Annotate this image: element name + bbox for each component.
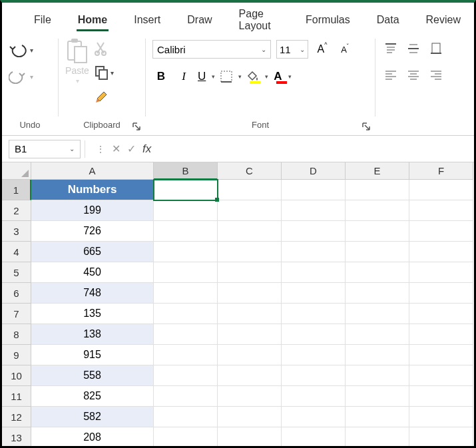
cell[interactable] bbox=[346, 304, 409, 324]
cell[interactable] bbox=[282, 180, 346, 200]
row-header[interactable]: 4 bbox=[2, 242, 31, 262]
cell[interactable] bbox=[346, 365, 409, 386]
cell[interactable]: 726 bbox=[31, 221, 154, 242]
row-header[interactable]: 2 bbox=[2, 200, 31, 221]
cell[interactable] bbox=[218, 242, 282, 262]
tab-review[interactable]: Review bbox=[413, 10, 474, 30]
cell[interactable]: 825 bbox=[31, 386, 154, 407]
cell[interactable] bbox=[409, 304, 473, 324]
align-left-button[interactable] bbox=[382, 67, 399, 84]
dots-icon[interactable]: ⋮ bbox=[96, 144, 105, 154]
cell[interactable]: 199 bbox=[31, 200, 154, 221]
cancel-icon[interactable]: ✕ bbox=[112, 142, 120, 155]
cell[interactable] bbox=[282, 283, 346, 304]
cell[interactable] bbox=[282, 324, 346, 345]
cell[interactable] bbox=[154, 262, 218, 283]
formula-input[interactable] bbox=[158, 140, 474, 158]
cell[interactable] bbox=[154, 386, 218, 407]
cell[interactable]: 208 bbox=[31, 427, 154, 448]
undo-button[interactable]: ▾ bbox=[9, 43, 33, 57]
cell[interactable] bbox=[282, 427, 346, 448]
enter-icon[interactable]: ✓ bbox=[127, 142, 136, 155]
align-top-button[interactable] bbox=[382, 40, 399, 57]
col-header-f[interactable]: F bbox=[409, 162, 473, 180]
cell[interactable] bbox=[282, 242, 346, 262]
paste-button[interactable]: Paste ▾ bbox=[65, 37, 89, 85]
row-header[interactable]: 9 bbox=[2, 345, 31, 365]
cell[interactable] bbox=[346, 200, 409, 221]
cell[interactable] bbox=[346, 386, 409, 407]
cut-button[interactable] bbox=[95, 41, 114, 56]
cell[interactable]: 135 bbox=[31, 304, 154, 324]
cell[interactable] bbox=[154, 180, 218, 200]
row-header[interactable]: 8 bbox=[2, 324, 31, 345]
cell[interactable]: 450 bbox=[31, 262, 154, 283]
font-size-select[interactable]: 11 ⌄ bbox=[276, 40, 308, 59]
cell[interactable] bbox=[346, 345, 409, 365]
cell[interactable] bbox=[409, 386, 473, 407]
name-box[interactable]: B1 ⌄ bbox=[9, 140, 81, 158]
cell[interactable] bbox=[218, 407, 282, 427]
tab-data[interactable]: Data bbox=[363, 10, 413, 30]
cell[interactable]: 582 bbox=[31, 407, 154, 427]
cell[interactable] bbox=[346, 242, 409, 262]
cell[interactable] bbox=[218, 200, 282, 221]
cell[interactable] bbox=[409, 242, 473, 262]
cell[interactable]: 665 bbox=[31, 242, 154, 262]
col-header-a[interactable]: A bbox=[31, 162, 154, 180]
cell[interactable] bbox=[218, 386, 282, 407]
cell[interactable] bbox=[154, 407, 218, 427]
cell[interactable] bbox=[409, 365, 473, 386]
cell[interactable] bbox=[218, 345, 282, 365]
row-header[interactable]: 6 bbox=[2, 283, 31, 304]
align-center-button[interactable] bbox=[405, 67, 422, 84]
cell[interactable] bbox=[346, 407, 409, 427]
cell[interactable] bbox=[154, 345, 218, 365]
cell[interactable]: 558 bbox=[31, 365, 154, 386]
col-header-c[interactable]: C bbox=[218, 162, 282, 180]
tab-draw[interactable]: Draw bbox=[174, 10, 225, 30]
cell[interactable] bbox=[282, 262, 346, 283]
cell[interactable] bbox=[409, 221, 473, 242]
cell[interactable] bbox=[409, 324, 473, 345]
copy-button[interactable]: ▾ bbox=[95, 65, 114, 80]
redo-button[interactable]: ▾ bbox=[9, 69, 33, 84]
cell[interactable]: 915 bbox=[31, 345, 154, 365]
cell[interactable] bbox=[346, 180, 409, 200]
row-header[interactable]: 7 bbox=[2, 304, 31, 324]
tab-insert[interactable]: Insert bbox=[120, 10, 174, 30]
cell[interactable] bbox=[282, 221, 346, 242]
cell[interactable] bbox=[409, 283, 473, 304]
select-all-corner[interactable] bbox=[2, 162, 31, 180]
row-header[interactable]: 5 bbox=[2, 262, 31, 283]
cell[interactable] bbox=[282, 200, 346, 221]
dialog-launcher-icon[interactable] bbox=[361, 122, 371, 131]
row-header[interactable]: 3 bbox=[2, 221, 31, 242]
cell[interactable] bbox=[218, 283, 282, 304]
italic-button[interactable]: I bbox=[175, 68, 192, 85]
cell[interactable] bbox=[409, 200, 473, 221]
cell[interactable] bbox=[282, 304, 346, 324]
cell[interactable] bbox=[218, 365, 282, 386]
font-color-button[interactable]: A ▾ bbox=[274, 68, 291, 85]
row-header[interactable]: 12 bbox=[2, 407, 31, 427]
col-header-d[interactable]: D bbox=[282, 162, 346, 180]
cell[interactable] bbox=[218, 304, 282, 324]
tab-home[interactable]: Home bbox=[65, 10, 120, 30]
dialog-launcher-icon[interactable] bbox=[132, 122, 141, 131]
align-middle-button[interactable] bbox=[405, 40, 422, 57]
cell[interactable] bbox=[409, 407, 473, 427]
col-header-b[interactable]: B bbox=[154, 162, 218, 180]
increase-font-button[interactable]: A^ bbox=[314, 41, 331, 58]
format-painter-button[interactable] bbox=[95, 89, 114, 105]
underline-button[interactable]: U▾ bbox=[198, 68, 215, 85]
cell[interactable] bbox=[154, 283, 218, 304]
cell[interactable] bbox=[218, 221, 282, 242]
row-header[interactable]: 1 bbox=[2, 180, 31, 200]
cell[interactable] bbox=[409, 180, 473, 200]
cell[interactable] bbox=[154, 200, 218, 221]
align-bottom-button[interactable] bbox=[427, 40, 445, 57]
bold-button[interactable]: B bbox=[152, 68, 170, 85]
cell[interactable] bbox=[409, 345, 473, 365]
tab-formulas[interactable]: Formulas bbox=[292, 10, 363, 30]
